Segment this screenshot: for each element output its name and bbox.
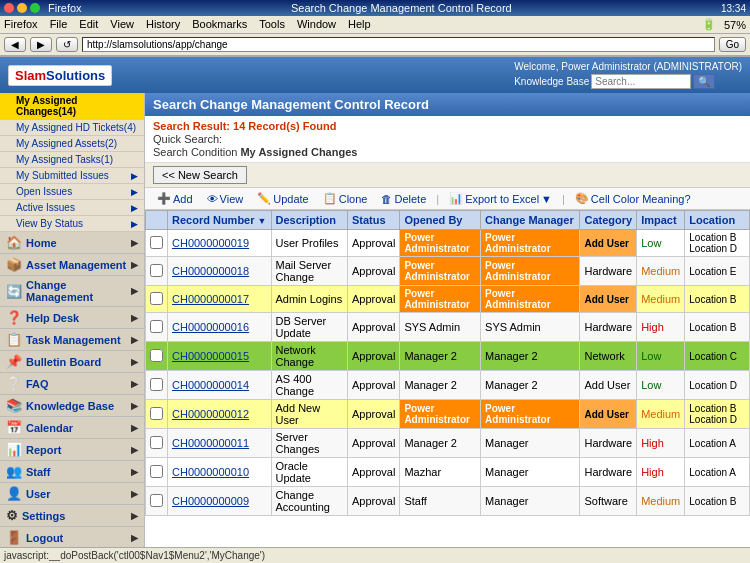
column-header-7[interactable]: Impact (637, 211, 685, 230)
sidebar-item-submitted-issues[interactable]: My Submitted Issues ▶ (0, 168, 144, 184)
row-checkbox[interactable] (150, 378, 163, 391)
row-checkbox[interactable] (150, 349, 163, 362)
reload-button[interactable]: ↺ (56, 37, 78, 52)
sidebar-item-active-issues[interactable]: Active Issues ▶ (0, 200, 144, 216)
nav-label: User (26, 488, 50, 500)
sidebar-item-assigned-changes[interactable]: My Assigned Changes(14) (0, 93, 144, 120)
status-cell: Approval (347, 487, 399, 516)
header-right: Welcome, Power Administrator (ADMINISTRA… (514, 61, 742, 89)
update-label: Update (273, 193, 308, 205)
sidebar-item-assigned-tasks[interactable]: My Assigned Tasks(1) (0, 152, 144, 168)
menu-help[interactable]: Help (348, 18, 371, 31)
row-checkbox[interactable] (150, 264, 163, 277)
sidebar-item-home[interactable]: 🏠Home▶ (0, 232, 144, 254)
sidebar-item-assigned-changes-label: My Assigned Changes(14) (16, 95, 138, 117)
chevron-right-icon: ▶ (131, 219, 138, 229)
menu-history[interactable]: History (146, 18, 180, 31)
sidebar-item-staff[interactable]: 👥Staff▶ (0, 461, 144, 483)
cell-color-button[interactable]: 🎨 Cell Color Meaning? (571, 190, 695, 207)
add-icon: ➕ (157, 192, 171, 205)
sidebar-item-view-by-status[interactable]: View By Status ▶ (0, 216, 144, 232)
opened-by-cell: Power Administrator (400, 286, 481, 313)
row-checkbox[interactable] (150, 292, 163, 305)
sidebar-item-help-desk[interactable]: ❓Help Desk▶ (0, 307, 144, 329)
sidebar-item-knowledge-base[interactable]: 📚Knowledge Base▶ (0, 395, 144, 417)
impact-cell: Low (637, 371, 685, 400)
sidebar-item-open-issues[interactable]: Open Issues ▶ (0, 184, 144, 200)
table-row: CH0000000012Add New UserApprovalPower Ad… (146, 400, 750, 429)
column-header-0[interactable] (146, 211, 168, 230)
menu-firefox[interactable]: Firefox (4, 18, 38, 31)
address-bar[interactable] (82, 37, 715, 52)
record-number-link[interactable]: CH0000000012 (172, 408, 249, 420)
opened-by-cell: SYS Admin (400, 313, 481, 342)
record-number-link[interactable]: CH0000000009 (172, 495, 249, 507)
nav-icon: 📅 (6, 420, 22, 435)
record-number-link[interactable]: CH0000000011 (172, 437, 249, 449)
app-container: My Assigned Changes(14) My Assigned HD T… (0, 93, 750, 563)
delete-button[interactable]: 🗑 Delete (377, 191, 430, 207)
row-checkbox[interactable] (150, 465, 163, 478)
knowledge-base-search[interactable] (591, 74, 691, 89)
record-number-link[interactable]: CH0000000017 (172, 293, 249, 305)
column-header-2[interactable]: Description (271, 211, 347, 230)
menu-window[interactable]: Window (297, 18, 336, 31)
close-button[interactable] (4, 3, 14, 13)
update-button[interactable]: ✏️ Update (253, 190, 312, 207)
column-header-8[interactable]: Location (685, 211, 750, 230)
row-checkbox[interactable] (150, 236, 163, 249)
sidebar-item-change-management[interactable]: 🔄Change Management▶ (0, 276, 144, 307)
status-cell: Approval (347, 458, 399, 487)
knowledge-base-search-button[interactable]: 🔍 (693, 74, 715, 89)
record-number-link[interactable]: CH0000000014 (172, 379, 249, 391)
column-header-4[interactable]: Opened By (400, 211, 481, 230)
sidebar-item-task-management[interactable]: 📋Task Management▶ (0, 329, 144, 351)
menu-view[interactable]: View (110, 18, 134, 31)
view-button[interactable]: 👁 View (203, 191, 248, 207)
forward-button[interactable]: ▶ (30, 37, 52, 52)
maximize-button[interactable] (30, 3, 40, 13)
sidebar-item-bulletin-board[interactable]: 📌Bulletin Board▶ (0, 351, 144, 373)
sidebar-item-logout[interactable]: 🚪Logout▶ (0, 527, 144, 549)
row-checkbox[interactable] (150, 320, 163, 333)
record-number-link[interactable]: CH0000000015 (172, 350, 249, 362)
sidebar-item-user[interactable]: 👤User▶ (0, 483, 144, 505)
sidebar-item-assigned-hd[interactable]: My Assigned HD Tickets(4) (0, 120, 144, 136)
row-checkbox[interactable] (150, 494, 163, 507)
record-number-link[interactable]: CH0000000018 (172, 265, 249, 277)
row-checkbox[interactable] (150, 407, 163, 420)
menu-bookmarks[interactable]: Bookmarks (192, 18, 247, 31)
clone-button[interactable]: 📋 Clone (319, 190, 372, 207)
export-button[interactable]: 📊 Export to Excel ▼ (445, 190, 556, 207)
description-cell: Admin Logins (271, 286, 347, 313)
record-number-link[interactable]: CH0000000010 (172, 466, 249, 478)
menu-edit[interactable]: Edit (79, 18, 98, 31)
minimize-button[interactable] (17, 3, 27, 13)
column-header-3[interactable]: Status (347, 211, 399, 230)
nav-label: Bulletin Board (26, 356, 101, 368)
add-button[interactable]: ➕ Add (153, 190, 197, 207)
column-header-1[interactable]: Record Number ▼ (168, 211, 272, 230)
chevron-right-icon: ▶ (131, 445, 138, 455)
record-number-link[interactable]: CH0000000019 (172, 237, 249, 249)
sidebar-item-calendar[interactable]: 📅Calendar▶ (0, 417, 144, 439)
sidebar-item-assigned-assets[interactable]: My Assigned Assets(2) (0, 136, 144, 152)
sidebar-item-settings[interactable]: ⚙Settings▶ (0, 505, 144, 527)
table-row: CH0000000010Oracle UpdateApprovalMazharM… (146, 458, 750, 487)
sidebar-item-asset-management[interactable]: 📦Asset Management▶ (0, 254, 144, 276)
nav-label: Task Management (26, 334, 121, 346)
sidebar-item-report[interactable]: 📊Report▶ (0, 439, 144, 461)
location-cell: Location E (685, 257, 750, 286)
column-header-5[interactable]: Change Manager (481, 211, 580, 230)
menu-tools[interactable]: Tools (259, 18, 285, 31)
sidebar-item-faq[interactable]: ❔FAQ▶ (0, 373, 144, 395)
column-header-6[interactable]: Category (580, 211, 637, 230)
opened-by-cell: Staff (400, 487, 481, 516)
new-search-button[interactable]: << New Search (153, 166, 247, 184)
status-cell: Approval (347, 257, 399, 286)
record-number-link[interactable]: CH0000000016 (172, 321, 249, 333)
row-checkbox[interactable] (150, 436, 163, 449)
go-button[interactable]: Go (719, 37, 746, 52)
menu-file[interactable]: File (50, 18, 68, 31)
back-button[interactable]: ◀ (4, 37, 26, 52)
